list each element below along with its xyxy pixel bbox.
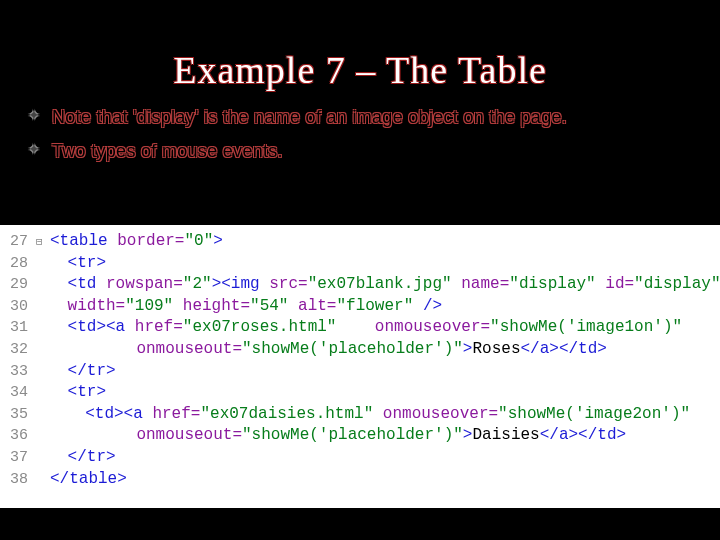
line-number: 35 xyxy=(0,405,36,425)
line-number: 32 xyxy=(0,340,36,360)
code-line: 33</tr> xyxy=(0,361,720,383)
code-content: </tr> xyxy=(50,361,720,383)
code-line: 29<td rowspan="2"><img src="ex07blank.jp… xyxy=(0,274,720,296)
bullet-item: Two types of mouse events. xyxy=(28,134,720,168)
code-content: <table border="0"> xyxy=(50,231,720,253)
bullet-list: Note that 'display' is the name of an im… xyxy=(28,100,720,168)
code-content: <td><a href="ex07roses.html" onmouseover… xyxy=(50,317,720,339)
code-content: <tr> xyxy=(50,382,720,404)
slide-title: Example 7 – The Table xyxy=(0,48,720,92)
code-content: <td rowspan="2"><img src="ex07blank.jpg"… xyxy=(50,274,720,296)
code-line: 30width="109" height="54" alt="flower" /… xyxy=(0,296,720,318)
code-snippet: 27⊟<table border="0">28<tr>29<td rowspan… xyxy=(0,225,720,508)
code-line: 28<tr> xyxy=(0,253,720,275)
code-content: <tr> xyxy=(50,253,720,275)
line-number: 38 xyxy=(0,470,36,490)
code-line: 35<td><a href="ex07daisies.html" onmouse… xyxy=(0,404,720,426)
code-line: 34<tr> xyxy=(0,382,720,404)
slide: Example 7 – The Table Note that 'display… xyxy=(0,48,720,540)
line-number: 33 xyxy=(0,362,36,382)
code-line: 31<td><a href="ex07roses.html" onmouseov… xyxy=(0,317,720,339)
code-content: </table> xyxy=(50,469,720,491)
code-content: width="109" height="54" alt="flower" /> xyxy=(50,296,720,318)
code-line: 36onmouseout="showMe('placeholder')">Dai… xyxy=(0,425,720,447)
code-content: onmouseout="showMe('placeholder')">Roses… xyxy=(50,339,720,361)
line-number: 27 xyxy=(0,232,36,252)
line-number: 31 xyxy=(0,318,36,338)
code-line: 37</tr> xyxy=(0,447,720,469)
line-number: 36 xyxy=(0,426,36,446)
code-content: <td><a href="ex07daisies.html" onmouseov… xyxy=(50,404,720,426)
line-number: 30 xyxy=(0,297,36,317)
code-line: 32onmouseout="showMe('placeholder')">Ros… xyxy=(0,339,720,361)
fold-icon[interactable]: ⊟ xyxy=(36,235,50,250)
line-number: 29 xyxy=(0,275,36,295)
code-content: onmouseout="showMe('placeholder')">Daisi… xyxy=(50,425,720,447)
code-content: </tr> xyxy=(50,447,720,469)
line-number: 28 xyxy=(0,254,36,274)
code-line: 38</table> xyxy=(0,469,720,491)
line-number: 34 xyxy=(0,383,36,403)
code-line: 27⊟<table border="0"> xyxy=(0,231,720,253)
bullet-item: Note that 'display' is the name of an im… xyxy=(28,100,720,134)
line-number: 37 xyxy=(0,448,36,468)
